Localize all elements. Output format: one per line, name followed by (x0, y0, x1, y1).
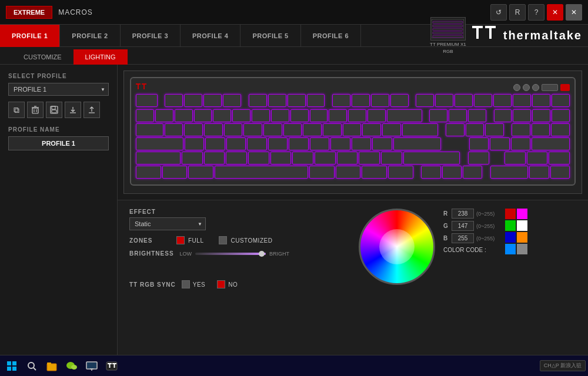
b-row: B (0~255) (443, 233, 495, 243)
r-row: R (0~255) (443, 209, 495, 219)
copy-button[interactable]: ⧉ (8, 102, 25, 118)
taskbar-files-btn[interactable] (42, 358, 61, 374)
brightness-label: BRIGHTNESS (129, 250, 174, 257)
color-code-label: COLOR CODE : (443, 247, 486, 253)
keyboard-thumbnail (430, 17, 466, 41)
r-label: R (443, 210, 449, 217)
taskbar-search-btn[interactable] (22, 358, 41, 374)
import-button[interactable] (65, 102, 81, 118)
key-row-qwerty (136, 123, 570, 136)
profile-name-label: PROFILE NAME (8, 126, 109, 133)
profile-icon-row: ⧉ (8, 102, 109, 118)
zone-full-option[interactable]: FULL (176, 236, 203, 244)
keyboard-model-name: TT PREMIUM X1 (430, 42, 466, 48)
save-button[interactable] (46, 102, 62, 118)
r-input[interactable] (452, 209, 474, 219)
zones-row: ZONES FULL CUSTOMIZED (129, 236, 341, 244)
svg-rect-27 (12, 361, 16, 365)
svg-rect-44 (114, 363, 115, 368)
export-button[interactable] (83, 102, 100, 118)
no-label: NO (228, 281, 238, 288)
taskbar-notification: CH△P 新浪入驻 (540, 360, 586, 371)
svg-rect-5 (433, 35, 463, 38)
delete-button[interactable] (27, 102, 44, 118)
keyboard-keys (136, 94, 570, 180)
svg-rect-26 (7, 361, 11, 365)
brightness-thumb[interactable] (259, 251, 265, 257)
taskbar-monitor-btn[interactable] (82, 358, 101, 374)
swatch-white[interactable] (517, 220, 527, 231)
swatch-gray[interactable] (517, 244, 527, 254)
keyboard-controls (513, 84, 570, 91)
svg-rect-3 (433, 28, 463, 31)
color-controls: R (0~255) G (0~255) B (359, 209, 576, 285)
b-input[interactable] (452, 233, 474, 243)
taskbar-windows-btn[interactable] (2, 358, 21, 374)
swatch-red[interactable] (505, 209, 516, 219)
brightness-slider[interactable] (195, 253, 266, 255)
color-wheel-inner (379, 229, 415, 264)
taskbar-tt-btn[interactable] (102, 358, 121, 374)
swatch-blue[interactable] (505, 232, 516, 243)
yes-radio[interactable] (182, 280, 190, 288)
zone-customized-option[interactable]: CUSTOMIZED (219, 236, 272, 244)
svg-point-35 (71, 365, 77, 370)
svg-rect-10 (32, 108, 38, 113)
profile-tab-5[interactable]: PROFILE 5 (240, 25, 300, 47)
g-row: G (0~255) (443, 221, 495, 231)
effect-select[interactable]: Static (129, 217, 206, 230)
color-code-row: COLOR CODE : (443, 247, 495, 253)
macros-button[interactable]: MACROS (58, 8, 93, 16)
svg-rect-29 (12, 367, 16, 371)
r-range: (0~255) (476, 211, 495, 217)
keyboard-model-sub: RGB (443, 49, 453, 54)
zone-full-checkbox[interactable] (176, 236, 185, 244)
keyboard-area (123, 70, 582, 194)
swatch-orange[interactable] (517, 232, 527, 243)
customize-tab[interactable]: CUSTOMIZE (12, 49, 74, 65)
keyboard-logo (136, 83, 148, 93)
tt-logo-icon (472, 25, 499, 46)
effect-label: EFFECT (129, 209, 341, 215)
profile-tab-3[interactable]: PROFILE 3 (121, 25, 181, 47)
profile-tab-4[interactable]: PROFILE 4 (181, 25, 240, 47)
extreme-button[interactable]: EXTREME (6, 6, 52, 19)
taskbar: CH△P 新浪入驻 (0, 355, 588, 376)
lighting-tab[interactable]: LIGHTING (74, 49, 128, 65)
profile-tab-6[interactable]: PROFILE 6 (301, 25, 361, 47)
g-input[interactable] (452, 221, 474, 231)
svg-rect-1 (433, 21, 463, 24)
svg-rect-7 (476, 26, 479, 39)
rgb-inputs: R (0~255) G (0~255) B (443, 209, 495, 253)
taskbar-wechat-btn[interactable] (62, 358, 81, 374)
profile-tab-1[interactable]: PROFILE 1 (0, 25, 60, 47)
profile-bar: PROFILE 1 PROFILE 2 PROFILE 3 PROFILE 4 … (0, 25, 588, 47)
yes-label: YES (193, 281, 206, 288)
svg-rect-4 (433, 32, 463, 34)
no-option[interactable]: NO (217, 280, 238, 288)
profile-name-input[interactable] (8, 136, 109, 150)
profile-tab-2[interactable]: PROFILE 2 (60, 25, 120, 47)
effect-right: R (0~255) G (0~255) B (353, 209, 576, 368)
profile-dropdown[interactable]: PROFILE 1 (8, 83, 109, 96)
bright-label: BRIGHT (269, 251, 289, 257)
select-profile-label: SELECT PROFILE (8, 73, 109, 79)
svg-rect-37 (87, 362, 96, 368)
yes-option[interactable]: YES (182, 280, 206, 288)
color-wheel[interactable] (359, 209, 435, 285)
b-label: B (443, 235, 449, 241)
keyboard-preview: TT PREMIUM X1 RGB thermaltake (430, 17, 588, 54)
rgb-sync-row: TT RGB SYNC YES NO (129, 280, 341, 288)
taskbar-right: CH△P 新浪入驻 (540, 360, 586, 371)
zone-full-label: FULL (188, 237, 203, 244)
no-radio[interactable] (217, 280, 225, 288)
swatch-green[interactable] (505, 220, 516, 231)
swatch-cyan[interactable] (505, 244, 516, 254)
svg-point-30 (28, 362, 34, 368)
swatch-magenta[interactable] (517, 209, 527, 219)
key-row-fn (136, 94, 570, 107)
keyboard-top-row (136, 83, 570, 92)
main-layout: SELECT PROFILE PROFILE 1 ⧉ (0, 65, 588, 376)
zone-customized-checkbox[interactable] (219, 236, 227, 244)
zones-label: ZONES (129, 237, 171, 244)
